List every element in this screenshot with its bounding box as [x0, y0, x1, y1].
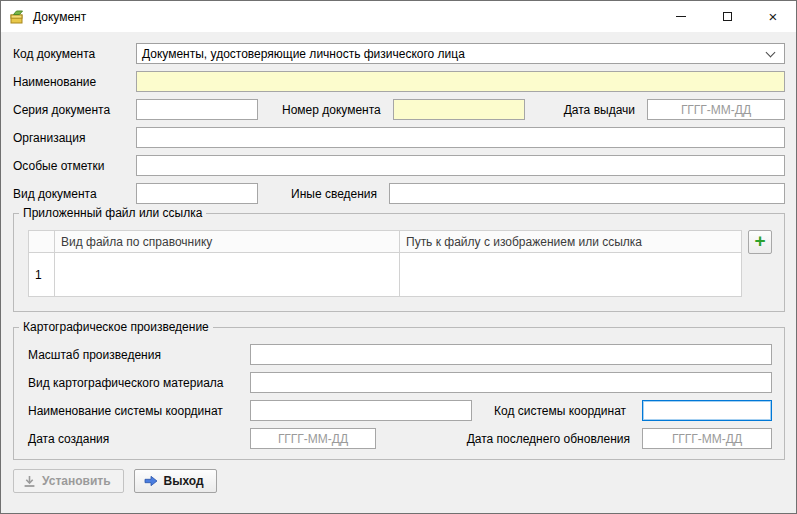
app-icon — [9, 8, 26, 25]
window-title: Документ — [33, 10, 86, 24]
organization-label: Организация — [13, 131, 136, 145]
created-label: Дата создания — [28, 432, 250, 446]
doc-type-label: Вид документа — [13, 187, 136, 201]
scale-row: Масштаб произведения — [28, 344, 772, 365]
file-type-cell[interactable] — [55, 253, 400, 297]
issue-date-input[interactable] — [647, 99, 785, 120]
doc-code-value: Документы, удостоверяющие личность физич… — [137, 47, 761, 61]
dates-row: Дата создания Дата последнего обновления — [28, 428, 772, 449]
scale-label: Масштаб произведения — [28, 348, 250, 362]
cs-code-input[interactable] — [642, 400, 772, 421]
minimize-button[interactable] — [658, 1, 704, 32]
column-file-path: Путь к файлу с изображением или ссылка — [400, 231, 742, 253]
attachment-group: Приложенный файл или ссылка Вид файла по… — [13, 213, 785, 312]
chevron-down-icon — [766, 47, 776, 57]
close-button[interactable]: × — [750, 1, 796, 32]
cs-name-label: Наименование системы координат — [28, 404, 250, 418]
created-input[interactable] — [250, 428, 376, 449]
series-input[interactable] — [136, 99, 258, 120]
add-row-button[interactable]: + — [748, 230, 772, 254]
cartographic-group: Картографическое произведение Масштаб пр… — [13, 327, 785, 460]
series-number-date-row: Серия документа Номер документа Дата выд… — [13, 99, 785, 120]
minimize-icon — [676, 16, 686, 17]
form-content: Код документа Документы, удостоверяющие … — [1, 32, 796, 493]
material-row: Вид картографического материала — [28, 372, 772, 393]
material-label: Вид картографического материала — [28, 376, 250, 390]
file-path-cell[interactable] — [400, 253, 742, 297]
name-input[interactable] — [136, 71, 785, 92]
notes-label: Особые отметки — [13, 159, 136, 173]
install-button-label: Установить — [42, 474, 111, 488]
column-file-type: Вид файла по справочнику — [55, 231, 400, 253]
close-icon: × — [769, 9, 778, 24]
updated-input[interactable] — [642, 428, 772, 449]
exit-arrow-icon — [144, 475, 158, 487]
name-label: Наименование — [13, 75, 136, 89]
organization-row: Организация — [13, 127, 785, 148]
organization-input[interactable] — [136, 127, 785, 148]
scale-input[interactable] — [250, 344, 772, 365]
cs-code-label: Код системы координат — [494, 404, 626, 418]
doc-type-input[interactable] — [136, 183, 258, 204]
other-label: Иные сведения — [291, 187, 377, 201]
install-icon — [23, 475, 36, 488]
issue-date-label: Дата выдачи — [564, 103, 635, 117]
notes-row: Особые отметки — [13, 155, 785, 176]
exit-button-label: Выход — [164, 474, 204, 488]
document-window: Документ × Код документа Документы, удос… — [0, 0, 797, 514]
cartographic-group-title: Картографическое произведение — [19, 320, 213, 334]
footer: Установить Выход — [13, 469, 785, 493]
attachment-header-row: Вид файла по справочнику Путь к файлу с … — [29, 231, 742, 253]
attachment-table: Вид файла по справочнику Путь к файлу с … — [28, 230, 742, 297]
cs-name-input[interactable] — [250, 400, 472, 421]
row-number: 1 — [29, 253, 55, 297]
maximize-button[interactable] — [704, 1, 750, 32]
maximize-icon — [723, 12, 732, 21]
exit-button[interactable]: Выход — [134, 469, 217, 493]
titlebar: Документ × — [1, 1, 796, 32]
other-input[interactable] — [389, 183, 785, 204]
doc-code-select[interactable]: Документы, удостоверяющие личность физич… — [136, 43, 785, 64]
table-row: 1 — [29, 253, 742, 297]
number-label: Номер документа — [282, 103, 381, 117]
attachment-table-wrap: Вид файла по справочнику Путь к файлу с … — [28, 230, 772, 297]
doc-code-row: Код документа Документы, удостоверяющие … — [13, 43, 785, 64]
attachment-group-title: Приложенный файл или ссылка — [19, 206, 206, 220]
name-row: Наименование — [13, 71, 785, 92]
number-input[interactable] — [393, 99, 525, 120]
notes-input[interactable] — [136, 155, 785, 176]
coord-system-row: Наименование системы координат Код систе… — [28, 400, 772, 421]
series-label: Серия документа — [13, 103, 136, 117]
corner-cell — [29, 231, 55, 253]
install-button[interactable]: Установить — [13, 469, 124, 493]
material-input[interactable] — [250, 372, 772, 393]
window-controls: × — [658, 1, 796, 32]
updated-label: Дата последнего обновления — [467, 432, 630, 446]
doc-type-row: Вид документа Иные сведения — [13, 183, 785, 204]
doc-code-label: Код документа — [13, 47, 136, 61]
